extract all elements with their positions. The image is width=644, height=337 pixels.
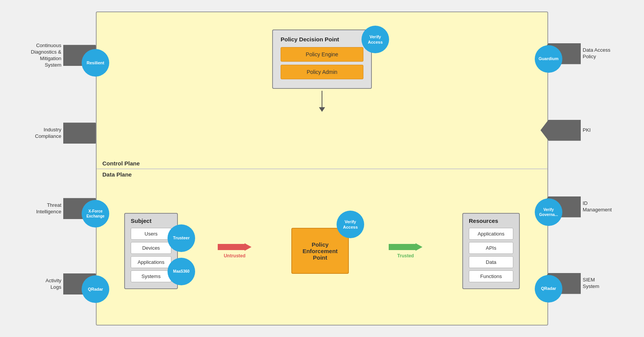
subject-systems: Systems: [131, 270, 171, 282]
control-plane: Control Plane Policy Decision Point Poli…: [97, 12, 547, 168]
left-column: Continuous Diagnostics & Mitigation Syst…: [19, 8, 104, 329]
subject-devices: Devices: [131, 242, 171, 254]
id-mgmt-label: ID Management: [583, 200, 612, 213]
trusted-label: Trusted: [397, 253, 414, 258]
right-column: Data Access Policy Guardium PKI ID Manag…: [540, 8, 625, 329]
policy-decision-title: Policy Decision Point: [281, 36, 363, 43]
resource-data: Data: [469, 256, 513, 268]
industry-compliance-label: Industry Compliance: [35, 127, 61, 140]
policy-decision-box: Policy Decision Point Policy Engine Poli…: [272, 29, 372, 89]
verify-access-data-badge: Verify Access: [337, 211, 364, 238]
left-item-threat: Threat Intelligence X-Force Exchange: [27, 198, 104, 219]
resources-section: Resources Applications APIs Data Functio…: [462, 213, 520, 289]
untrusted-label: Untrusted: [224, 253, 246, 258]
left-item-activity: Activity Logs QRadar: [27, 273, 104, 294]
continuous-diagnostics-label: Continuous Diagnostics & Mitigation Syst…: [31, 43, 61, 69]
control-plane-label: Control Plane: [102, 160, 140, 167]
siem-label: SIEM System: [583, 277, 599, 290]
trusted-flow: Trusted: [389, 243, 422, 258]
threat-intelligence-label: Threat Intelligence: [36, 202, 61, 215]
data-plane: Data Plane Subject Users Devices Applica…: [97, 168, 547, 325]
activity-logs-label: Activity Logs: [46, 278, 61, 291]
resource-apis: APIs: [469, 242, 513, 254]
data-access-label: Data Access Policy: [583, 47, 610, 60]
untrusted-arrow: [218, 243, 251, 251]
right-item-siem: SIEM System QRadar: [540, 273, 617, 294]
verify-access-top-badge: Verify Access: [361, 26, 389, 53]
trusteer-badge: Trusteer: [168, 224, 195, 252]
resource-applications: Applications: [469, 228, 513, 240]
subject-title: Subject: [131, 218, 171, 224]
pki-arrow: [540, 120, 581, 141]
qradar-right-badge: QRadar: [535, 275, 562, 303]
subject-section: Subject Users Devices Applications Syste…: [124, 213, 178, 289]
left-item-industry: Industry Compliance: [27, 123, 104, 144]
subject-applications: Applications: [131, 256, 171, 268]
verify-governance-badge: Verify Governa...: [535, 198, 562, 226]
trusted-arrow: [389, 243, 422, 251]
guardium-badge: Guardium: [535, 45, 562, 73]
resources-box: Resources Applications APIs Data Functio…: [462, 213, 520, 289]
right-item-id-mgmt: ID Management Verify Governa...: [540, 196, 617, 218]
diagram-container: Continuous Diagnostics & Mitigation Syst…: [19, 8, 625, 329]
untrusted-flow: Untrusted: [218, 243, 251, 258]
maas360-badge: MaaS360: [168, 258, 195, 285]
xforce-badge: X-Force Exchange: [82, 200, 109, 227]
main-area: Control Plane Policy Decision Point Poli…: [96, 11, 548, 326]
data-plane-label: Data Plane: [102, 171, 132, 178]
qradar-left-badge: QRadar: [82, 275, 109, 303]
resources-title: Resources: [469, 218, 513, 224]
pep-section: Policy Enforcement Point Verify Access: [291, 228, 349, 274]
right-item-pki: PKI: [540, 120, 617, 141]
pki-label: PKI: [583, 127, 591, 134]
policy-admin-box: Policy Admin: [281, 65, 363, 79]
right-item-data-access: Data Access Policy Guardium: [540, 43, 617, 64]
left-item-continuous: Continuous Diagnostics & Mitigation Syst…: [27, 43, 104, 69]
policy-engine-box: Policy Engine: [281, 47, 363, 62]
pep-box: Policy Enforcement Point: [291, 228, 349, 274]
resilient-badge: Resilient: [82, 49, 109, 77]
subject-users: Users: [131, 228, 171, 240]
pep-text: Policy Enforcement Point: [302, 241, 338, 261]
resource-functions: Functions: [469, 270, 513, 282]
